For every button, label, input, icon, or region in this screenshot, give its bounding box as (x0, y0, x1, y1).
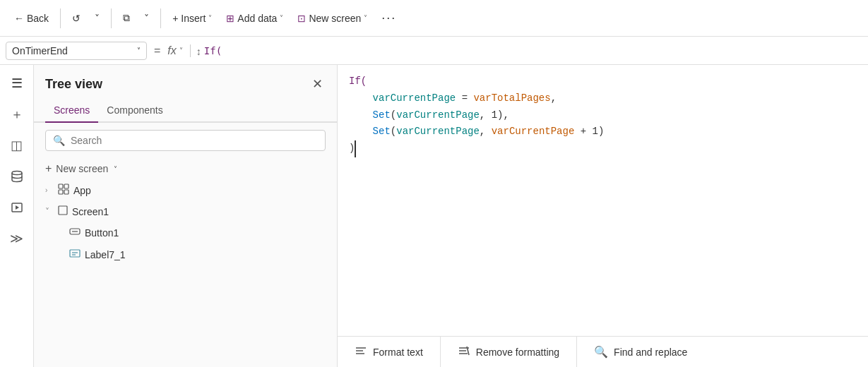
add-data-icon: ⊞ (226, 13, 234, 24)
screen-icon (58, 205, 68, 217)
button-icon (69, 226, 81, 239)
search-box: 🔍 (45, 130, 326, 151)
tools-icon[interactable]: ≫ (4, 226, 30, 251)
main-layout: ☰ ＋ ◫ ≫ Tree view ✕ Screens Components (0, 65, 868, 367)
fx-button[interactable]: fx ˅ (167, 44, 190, 57)
screen1-label: Screen1 (72, 206, 109, 217)
tree-close-button[interactable]: ✕ (309, 73, 326, 95)
chevron-down-icon-2: ˅ (144, 13, 149, 24)
chevron-down-icon: ˅ (45, 207, 54, 217)
tree-view-title: Tree view (45, 77, 102, 92)
remove-formatting-label: Remove formatting (476, 347, 559, 358)
formula-input[interactable] (222, 45, 862, 56)
formula-text: If( (204, 45, 222, 56)
app-label: App (73, 185, 91, 196)
tree-item-app[interactable]: › App (34, 179, 337, 201)
format-text-button[interactable]: Format text (338, 337, 441, 367)
property-value: OnTimerEnd (12, 45, 68, 56)
svg-rect-5 (64, 190, 69, 194)
tree-tabs: Screens Components (34, 100, 337, 123)
new-screen-label: New screen (309, 13, 361, 24)
back-button[interactable]: ← Back (8, 8, 54, 28)
new-screen-icon: ⊡ (297, 13, 306, 24)
undo-icon: ↺ (72, 13, 81, 24)
more-button[interactable]: ··· (376, 6, 402, 30)
plus-icon: + (45, 162, 52, 175)
separator-3 (160, 8, 161, 28)
separator-2 (111, 8, 112, 28)
tree-header: Tree view ✕ (34, 65, 337, 100)
chevron-down-icon: ˅ (95, 13, 100, 24)
toolbar: ← Back ↺ ˅ ⧉ ˅ + Insert ˅ ⊞ Add data ˅ ⊡… (0, 0, 868, 37)
svg-rect-3 (64, 184, 69, 188)
add-data-label: Add data (237, 13, 277, 24)
svg-point-0 (12, 172, 22, 175)
back-label: Back (27, 13, 49, 24)
svg-rect-2 (59, 184, 63, 188)
tree-item-screen1[interactable]: ˅ Screen1 (34, 201, 337, 222)
svg-rect-4 (59, 190, 63, 194)
new-screen-chevron-icon: ˅ (114, 165, 117, 173)
database-icon[interactable] (4, 164, 30, 189)
code-editor[interactable]: If( varCurrentPage = varTotalPages, Set(… (338, 65, 868, 336)
back-arrow-icon: ← (14, 13, 24, 24)
fx-chevron-icon: ˅ (179, 47, 183, 54)
svg-rect-6 (59, 206, 67, 215)
code-line-1: varCurrentPage = varTotalPages, (349, 90, 857, 107)
new-screen-chevron-icon: ˅ (364, 14, 367, 22)
equals-sign: = (147, 44, 167, 57)
copy-icon: ⧉ (123, 12, 130, 24)
layers-icon[interactable]: ◫ (4, 133, 30, 158)
search-icon: 🔍 (53, 135, 65, 146)
label-icon (69, 248, 81, 261)
fx-label: fx (167, 44, 176, 57)
tab-components[interactable]: Components (98, 100, 171, 123)
separator-1 (60, 8, 61, 28)
insert-label: Insert (181, 13, 206, 24)
add-data-chevron-icon: ˅ (280, 14, 283, 22)
media-icon[interactable] (4, 195, 30, 220)
plus-icon: + (172, 13, 178, 24)
undo-chevron-button[interactable]: ˅ (89, 8, 105, 28)
new-screen-label: New screen (56, 163, 108, 174)
left-sidebar: ☰ ＋ ◫ ≫ (0, 65, 34, 367)
search-input[interactable] (71, 135, 318, 146)
find-replace-button[interactable]: 🔍 Find and replace (577, 337, 704, 367)
search-wrap: 🔍 (34, 123, 337, 158)
undo-button[interactable]: ↺ (66, 8, 86, 28)
find-replace-icon: 🔍 (594, 345, 608, 359)
copy-button[interactable]: ⧉ (117, 8, 136, 28)
code-line-if: If( (349, 73, 857, 90)
find-replace-label: Find and replace (614, 347, 687, 358)
tab-screens[interactable]: Screens (45, 100, 98, 123)
tree-item-label7[interactable]: Label7_1 (34, 243, 337, 265)
chevron-right-icon: › (45, 186, 54, 194)
new-screen-tree-button[interactable]: + New screen ˅ (34, 158, 337, 179)
svg-rect-9 (70, 250, 80, 257)
add-data-button[interactable]: ⊞ Add data ˅ (220, 8, 289, 28)
remove-formatting-icon (458, 344, 470, 360)
add-icon[interactable]: ＋ (4, 102, 30, 127)
new-screen-button[interactable]: ⊡ New screen ˅ (292, 8, 373, 28)
code-line-3: Set(varCurrentPage, varCurrentPage + 1) (349, 124, 857, 140)
formula-bar: OnTimerEnd ˅ = fx ˅ ↕ If( (0, 37, 868, 65)
more-icon: ··· (381, 11, 396, 25)
format-text-icon (355, 344, 367, 360)
menu-icon[interactable]: ☰ (4, 71, 30, 96)
property-dropdown[interactable]: OnTimerEnd ˅ (6, 42, 147, 60)
insert-button[interactable]: + Insert ˅ (167, 8, 218, 28)
tree-panel: Tree view ✕ Screens Components 🔍 + New s… (34, 65, 338, 367)
format-text-label: Format text (373, 347, 423, 358)
code-line-close: ) (349, 140, 857, 157)
copy-chevron-button[interactable]: ˅ (138, 8, 155, 28)
insert-chevron-icon: ˅ (208, 14, 212, 22)
code-panel: If( varCurrentPage = varTotalPages, Set(… (338, 65, 868, 367)
button1-label: Button1 (85, 227, 119, 239)
app-icon (58, 184, 69, 197)
tree-items: › App ˅ S (34, 179, 337, 367)
label7-label: Label7_1 (85, 249, 126, 260)
code-line-2: Set(varCurrentPage, 1), (349, 107, 857, 124)
tree-item-button1[interactable]: Button1 (34, 222, 337, 243)
remove-formatting-button[interactable]: Remove formatting (441, 337, 577, 367)
dropdown-chevron-icon: ˅ (137, 47, 141, 54)
